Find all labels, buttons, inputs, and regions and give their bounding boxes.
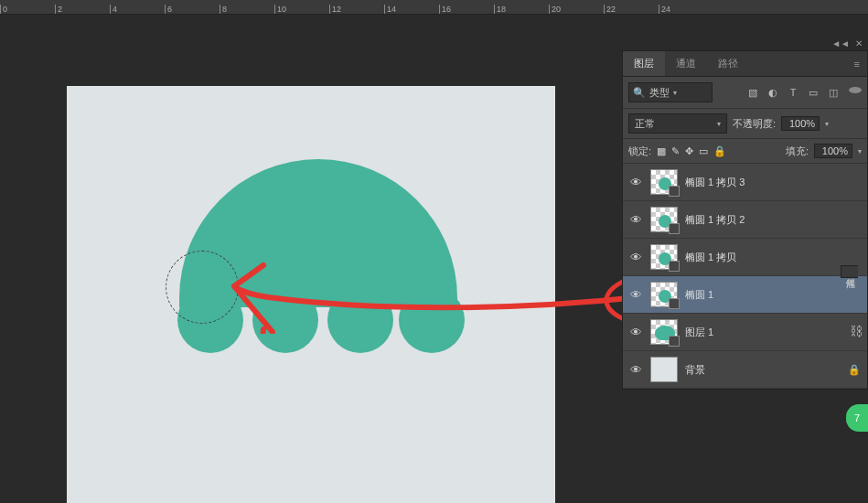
filter-adjust-icon[interactable]: ◐ <box>766 87 779 99</box>
collapsed-panels: 属性 <box>841 265 868 282</box>
chevron-down-icon[interactable]: ▾ <box>858 147 862 155</box>
layer-row[interactable]: 👁背景🔒 <box>623 351 867 389</box>
close-icon[interactable]: ✕ <box>855 38 863 48</box>
fill-label: 填充: <box>786 144 809 158</box>
layer-filter-row: 🔍 类型 ▾ ▧ ◐ T ▭ ◫ <box>623 77 867 109</box>
panel-menu-icon[interactable]: ≡ <box>847 59 867 70</box>
filter-kind-select[interactable]: 🔍 类型 ▾ <box>628 82 713 102</box>
lock-artboard-icon[interactable]: ▭ <box>699 145 708 157</box>
search-icon: 🔍 <box>633 87 646 99</box>
visibility-toggle[interactable]: 👁 <box>628 288 643 302</box>
marquee-selection[interactable] <box>166 251 239 324</box>
workspace <box>0 15 622 503</box>
visibility-toggle[interactable]: 👁 <box>628 363 643 377</box>
filter-type-icons: ▧ ◐ T ▭ ◫ <box>746 87 862 99</box>
visibility-toggle[interactable]: 👁 <box>628 213 643 227</box>
opacity-input[interactable]: 100% <box>781 116 820 131</box>
layer-row[interactable]: 👁椭圆 1 <box>623 276 867 314</box>
layers-panel: 图层 通道 路径 ≡ 🔍 类型 ▾ ▧ ◐ T ▭ ◫ 正常 ▾ <box>622 50 868 390</box>
collapse-icon[interactable]: ◄◄ <box>831 38 850 48</box>
filter-type-icon[interactable]: T <box>787 87 799 99</box>
chevron-down-icon: ▾ <box>673 89 677 97</box>
visibility-toggle[interactable]: 👁 <box>628 176 643 189</box>
link-icon[interactable]: ⛓ <box>850 324 863 338</box>
layer-row[interactable]: 👁图层 1 <box>623 314 867 351</box>
tab-channels[interactable]: 通道 <box>665 51 707 76</box>
lock-all-icon[interactable]: 🔒 <box>713 145 726 157</box>
lock-row: 锁定: ▩ ✎ ✥ ▭ 🔒 填充: 100% ▾ <box>623 139 867 164</box>
properties-panel-tab[interactable]: 属性 <box>841 265 858 278</box>
panel-window-controls: ◄◄ ✕ <box>622 37 868 50</box>
layer-row[interactable]: 👁椭圆 1 拷贝 2 <box>623 201 867 239</box>
tab-layers[interactable]: 图层 <box>623 51 665 76</box>
notification-badge[interactable]: 7 <box>846 404 868 432</box>
layers-list: 👁椭圆 1 拷贝 3👁椭圆 1 拷贝 2👁椭圆 1 拷贝👁椭圆 1👁图层 1👁背… <box>623 164 867 389</box>
layer-name[interactable]: 背景 <box>685 363 840 377</box>
fill-input[interactable]: 100% <box>814 144 852 158</box>
filter-toggle[interactable] <box>849 87 862 93</box>
chevron-down-icon: ▾ <box>717 120 721 128</box>
layer-thumbnail[interactable] <box>650 169 678 195</box>
layer-name[interactable]: 图层 1 <box>685 326 862 339</box>
lock-transparent-icon[interactable]: ▩ <box>657 145 666 157</box>
visibility-toggle[interactable]: 👁 <box>628 326 643 339</box>
filter-shape-icon[interactable]: ▭ <box>807 87 820 99</box>
blend-mode-value: 正常 <box>635 117 655 131</box>
layer-thumbnail[interactable] <box>650 207 678 232</box>
layer-row[interactable]: 👁椭圆 1 拷贝 <box>623 239 867 276</box>
layer-name[interactable]: 椭圆 1 <box>685 288 862 302</box>
panels-right: ◄◄ ✕ 图层 通道 路径 ≡ 🔍 类型 ▾ ▧ ◐ T ▭ ◫ <box>622 37 868 390</box>
layer-thumbnail[interactable] <box>650 319 678 345</box>
tab-paths[interactable]: 路径 <box>707 51 749 76</box>
filter-smart-icon[interactable]: ◫ <box>827 87 840 99</box>
lock-icon[interactable]: 🔒 <box>847 364 862 376</box>
blend-row: 正常 ▾ 不透明度: 100% ▾ <box>623 109 867 139</box>
layer-name[interactable]: 椭圆 1 拷贝 2 <box>685 213 862 227</box>
lock-position-icon[interactable]: ✥ <box>685 145 693 157</box>
ruler-horizontal: 024681012141618202224 <box>0 0 868 15</box>
opacity-label: 不透明度: <box>733 117 776 131</box>
layer-thumbnail[interactable] <box>650 282 678 307</box>
canvas[interactable] <box>67 86 555 503</box>
panel-tabs: 图层 通道 路径 ≡ <box>623 51 867 77</box>
blend-mode-select[interactable]: 正常 ▾ <box>628 113 727 134</box>
lock-label: 锁定: <box>628 144 651 158</box>
layer-row[interactable]: 👁椭圆 1 拷贝 3 <box>623 164 867 201</box>
layer-name[interactable]: 椭圆 1 拷贝 <box>685 251 862 264</box>
visibility-toggle[interactable]: 👁 <box>628 251 643 264</box>
filter-pixel-icon[interactable]: ▧ <box>746 87 759 99</box>
chevron-down-icon[interactable]: ▾ <box>825 120 829 128</box>
lock-brush-icon[interactable]: ✎ <box>671 145 680 157</box>
filter-kind-label: 类型 <box>649 86 670 100</box>
layer-name[interactable]: 椭圆 1 拷贝 3 <box>685 176 862 189</box>
layer-thumbnail[interactable] <box>650 244 678 270</box>
layer-thumbnail[interactable] <box>650 357 678 382</box>
